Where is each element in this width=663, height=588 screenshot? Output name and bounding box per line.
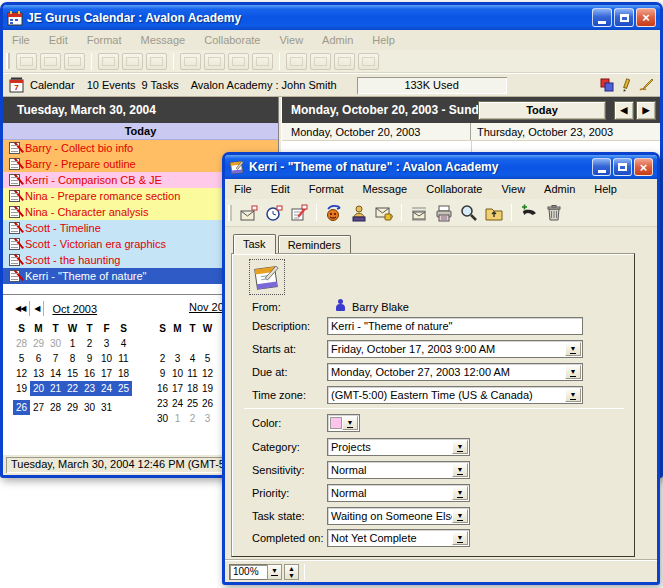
mini-cal-day[interactable]: 3 [98, 336, 115, 351]
mini-cal-day[interactable]: 17 [170, 381, 185, 396]
toolbar-grip[interactable] [6, 53, 10, 69]
mini-cal-day[interactable]: 25 [185, 396, 200, 411]
mini-cal-day[interactable]: 4 [185, 351, 200, 366]
menu-admin[interactable]: Admin [322, 34, 353, 46]
menu-format[interactable]: Format [309, 183, 344, 195]
move-to-folder-icon[interactable] [286, 53, 307, 70]
mini-cal-day[interactable]: 14 [47, 366, 64, 381]
chevron-down-icon[interactable]: ▼ [452, 531, 468, 545]
chevron-down-icon[interactable]: ▼ [565, 342, 581, 356]
chevron-down-icon[interactable]: ▼ [452, 486, 468, 500]
mini-cal-day[interactable]: 20 [30, 381, 47, 396]
new-alarm-icon[interactable] [263, 203, 285, 223]
mini-cal-day[interactable]: 9 [81, 351, 98, 366]
category-combo[interactable]: Projects▼ [327, 438, 470, 456]
settings-icon[interactable] [334, 53, 355, 70]
task-big-icon[interactable] [252, 262, 282, 292]
prev-month-button[interactable]: ◀ [30, 301, 44, 316]
new-task-icon[interactable] [288, 203, 310, 223]
menu-edit[interactable]: Edit [271, 183, 290, 195]
tab-reminders[interactable]: Reminders [278, 235, 351, 253]
zoom-dropdown-button[interactable]: ▼ [267, 564, 282, 580]
mini-cal-day[interactable]: 25 [115, 381, 132, 396]
mini-cal-day[interactable]: 3 [200, 411, 215, 426]
flag-icon[interactable] [122, 53, 143, 70]
mini-cal-day[interactable]: 10 [170, 366, 185, 381]
menu-message[interactable]: Message [363, 183, 408, 195]
month-link-nov[interactable]: Nov 20 [189, 301, 224, 313]
mini-cal-day[interactable]: 1 [64, 336, 81, 351]
prev-year-button[interactable]: ◀◀ [11, 301, 30, 316]
mini-cal-day[interactable]: 11 [185, 366, 200, 381]
due-at-combo[interactable]: Monday, October 27, 2003 12:00 AM▼ [327, 363, 583, 381]
mini-cal-day[interactable]: 18 [115, 366, 132, 381]
delete-icon[interactable] [146, 53, 167, 70]
mini-cal-day[interactable]: 24 [98, 381, 115, 396]
toolbar-grip[interactable] [228, 205, 232, 221]
move-to-folder-icon[interactable] [483, 203, 505, 223]
new-appointment-icon[interactable] [238, 203, 260, 223]
dialog-titlebar[interactable]: Kerri - "Theme of nature" : Avalon Acade… [225, 155, 657, 179]
completed-on-combo[interactable]: Not Yet Complete▼ [327, 529, 470, 547]
next-week-button[interactable]: ▶ [636, 101, 656, 120]
dialog-minimize-button[interactable] [592, 158, 611, 176]
starts-at-combo[interactable]: Friday, October 17, 2003 9:00 AM▼ [327, 340, 583, 358]
mini-cal-day[interactable]: 1 [170, 411, 185, 426]
menu-file[interactable]: File [12, 34, 30, 46]
mini-cal-day[interactable]: 21 [47, 381, 64, 396]
mini-cal-day[interactable]: 19 [13, 381, 30, 396]
mini-cal-day[interactable]: 6 [30, 351, 47, 366]
print-icon[interactable] [358, 53, 379, 70]
close-button[interactable]: × [636, 8, 656, 27]
chevron-down-icon[interactable]: ▼ [452, 440, 468, 454]
mini-cal-day[interactable]: 13 [30, 366, 47, 381]
mini-cal-day[interactable]: 8 [64, 351, 81, 366]
maximize-button[interactable] [614, 8, 634, 27]
mini-cal-day[interactable]: 18 [185, 381, 200, 396]
mini-cal-day[interactable]: 5 [200, 351, 215, 366]
print-icon[interactable] [433, 203, 455, 223]
menu-edit[interactable]: Edit [49, 34, 68, 46]
mini-cal-day[interactable]: 17 [98, 366, 115, 381]
day-view-icon[interactable] [252, 53, 273, 70]
accept-icon[interactable] [373, 203, 395, 223]
mini-cal-day[interactable]: 16 [81, 366, 98, 381]
mini-cal-day[interactable]: 5 [13, 351, 30, 366]
menu-format[interactable]: Format [87, 34, 122, 46]
mini-cal-day[interactable]: 29 [30, 336, 47, 351]
pencil-icon[interactable] [620, 78, 632, 92]
mini-cal-day[interactable]: 26 [200, 396, 215, 411]
menu-message[interactable]: Message [141, 34, 186, 46]
read-later-icon[interactable] [98, 53, 119, 70]
mini-cal-day[interactable]: 15 [64, 366, 81, 381]
resend-icon[interactable] [323, 203, 345, 223]
description-input[interactable]: Kerri - "Theme of nature" [327, 317, 583, 335]
color-combo[interactable]: ▼ [327, 414, 360, 432]
menu-help[interactable]: Help [372, 34, 395, 46]
signature-pen-icon[interactable] [638, 78, 654, 92]
chevron-down-icon[interactable]: ▼ [342, 416, 358, 430]
menu-admin[interactable]: Admin [544, 183, 575, 195]
delete-icon[interactable] [543, 203, 565, 223]
busy-search-icon[interactable] [310, 53, 331, 70]
menu-file[interactable]: File [234, 183, 252, 195]
mini-cal-day[interactable]: 22 [64, 381, 81, 396]
mini-cal-day[interactable]: 28 [13, 336, 30, 351]
month-view-icon[interactable] [204, 53, 225, 70]
find-icon[interactable] [458, 203, 480, 223]
mini-cal-day[interactable]: 16 [155, 381, 170, 396]
new-appointment-icon[interactable] [16, 53, 37, 70]
tab-task[interactable]: Task [233, 234, 276, 254]
new-task-icon[interactable] [64, 53, 85, 70]
chevron-down-icon[interactable]: ▼ [565, 388, 581, 402]
new-alarm-icon[interactable] [40, 53, 61, 70]
mini-cal-day[interactable]: 2 [81, 336, 98, 351]
mini-cal-day[interactable]: 26 [13, 400, 30, 415]
mini-cal-day[interactable]: 2 [155, 351, 170, 366]
mini-cal-day[interactable]: 23 [155, 396, 170, 411]
mini-cal-day[interactable]: 31 [98, 400, 115, 415]
week-view-icon[interactable] [228, 53, 249, 70]
menu-collaborate[interactable]: Collaborate [204, 34, 260, 46]
mini-cal-day[interactable]: 29 [64, 400, 81, 415]
mini-cal-day[interactable]: 11 [115, 351, 132, 366]
